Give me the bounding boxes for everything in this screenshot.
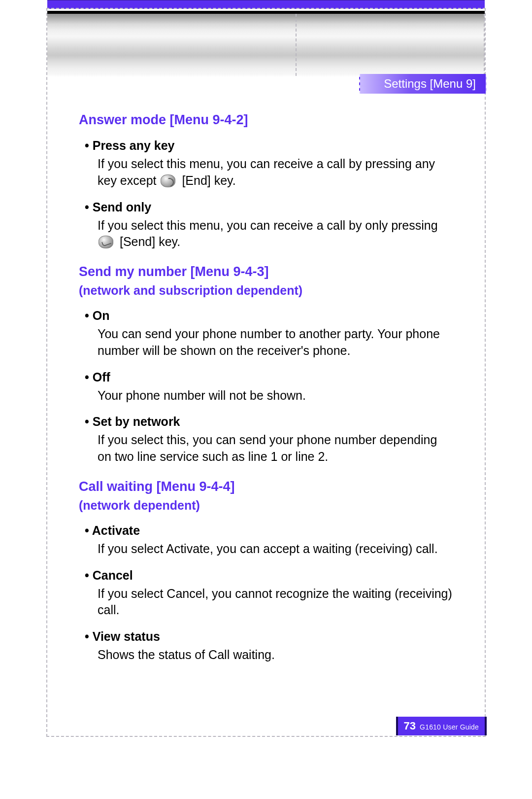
footer-tab: 73 G1610 User Guide [396,717,487,735]
paragraph: Shows the status of Call waiting. [98,647,453,663]
section-subheading: (network dependent) [79,498,453,513]
paragraph: If you select this, you can send your ph… [98,432,453,465]
send-key-icon [99,236,113,248]
breadcrumb-text: Settings [Menu 9] [384,77,476,90]
bullet-heading-activate: Activate [85,523,453,538]
section-subheading: (network and subscription dependent) [79,283,453,298]
body-text: If you select this menu, you can receive… [98,157,435,187]
bullet-heading-view-status: View status [85,629,453,644]
bullet-heading-cancel: Cancel [85,568,453,583]
paragraph: You can send your phone number to anothe… [98,326,453,359]
manual-page: Settings [Menu 9] Answer mode [Menu 9-4-… [0,0,532,799]
paragraph: Your phone number will not be shown. [98,387,453,404]
bullet-heading-set-by-network: Set by network [85,415,453,429]
guide-name: G1610 User Guide [420,723,479,731]
bullet-heading-on: On [85,309,453,323]
bullet-heading-press-any-key: Press any key [85,139,453,153]
paragraph: If you select this menu, you can receive… [98,217,453,251]
end-key-icon [161,174,175,187]
bullet-heading-send-only: Send only [85,200,453,214]
header-divider-dash [484,14,485,76]
bullet-heading-off: Off [85,370,453,384]
page-number: 73 [404,720,416,732]
page-content: Answer mode [Menu 9-4-2] Press any key I… [79,112,453,665]
section-heading-call-waiting: Call waiting [Menu 9-4-4] [79,479,453,494]
body-text: [End] key. [178,174,235,187]
section-heading-answer-mode: Answer mode [Menu 9-4-2] [79,112,453,128]
body-text: If you select this menu, you can receive… [98,218,438,232]
header-gradient-band [47,14,485,77]
section-heading-send-my-number: Send my number [Menu 9-4-3] [79,264,453,279]
header-bar-purple [47,0,485,9]
paragraph: If you select Activate, you can accept a… [98,541,453,557]
paragraph: If you select Cancel, you cannot recogni… [98,586,453,619]
header-divider-dash [296,14,297,76]
body-text: [Send] key. [116,235,180,248]
breadcrumb-tab: Settings [Menu 9] [359,74,487,94]
paragraph: If you select this menu, you can receive… [98,156,453,189]
